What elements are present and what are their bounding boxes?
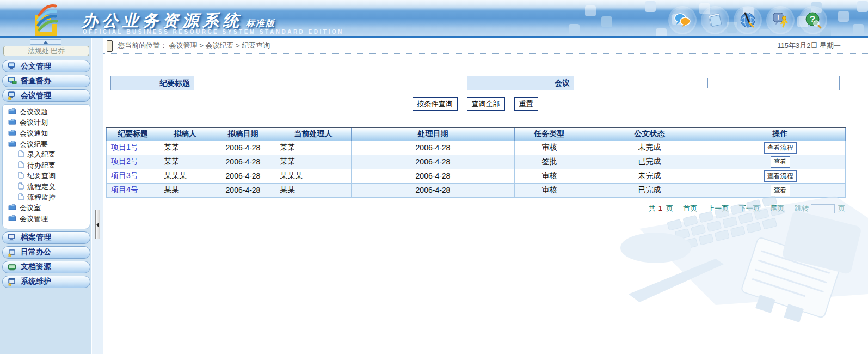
col-draft-date: 拟稿日期: [211, 127, 275, 141]
reset-button[interactable]: 重置: [514, 97, 538, 111]
pagination-last-link[interactable]: 尾页: [770, 204, 784, 212]
globe-pen-icon[interactable]: [735, 8, 760, 33]
sidebar-tree: 会议议题 会议计划 会议通知 会议纪要 录入纪要: [2, 104, 90, 229]
svg-text:!: !: [777, 14, 779, 22]
col-handle-date: 处理日期: [352, 127, 515, 141]
cell-task-type: 审核: [515, 183, 584, 197]
sidebar-tree-item-label: 纪要查询: [27, 171, 56, 181]
cell-task-type: 签批: [515, 155, 584, 169]
col-task-type: 任务类型: [515, 127, 584, 141]
row-action-button[interactable]: 查看流程: [764, 142, 797, 154]
cell-current-handler: 某某: [275, 141, 352, 155]
sidebar-section-archive-management[interactable]: 档案管理: [2, 231, 90, 244]
pagination-jump-input[interactable]: [811, 204, 835, 213]
breadcrumb-bar: 您当前的位置： 会议管理 > 会议纪要 > 纪要查询 115年3月2日 星期一: [103, 38, 868, 54]
sidebar-section-system-maintenance[interactable]: 系统维护: [2, 276, 90, 288]
cell-drafter: 某某: [159, 183, 211, 197]
folder-icon: [8, 204, 16, 212]
sidebar-tree-item[interactable]: 会议议题: [3, 107, 90, 118]
sidebar-section-supervision[interactable]: 督查督办: [2, 75, 90, 87]
sidebar-tree-item[interactable]: 流程监控: [3, 192, 90, 203]
sidebar-section-daily-office[interactable]: 日常办公: [2, 246, 90, 259]
table-header-row: 纪要标题 拟稿人 拟稿日期 当前处理人 处理日期 任务类型 公文状态 操作: [107, 127, 846, 141]
supervision-icon: [8, 76, 17, 86]
cell-document-status: 未完成: [584, 169, 715, 183]
results-table: 纪要标题 拟稿人 拟稿日期 当前处理人 处理日期 任务类型 公文状态 操作 项目…: [106, 127, 845, 198]
help-search-icon[interactable]: ?: [801, 8, 826, 33]
main-content: 您当前的位置： 会议管理 > 会议纪要 > 纪要查询 115年3月2日 星期一 …: [103, 38, 868, 354]
record-title-link[interactable]: 项目1号: [111, 143, 138, 151]
system-maintenance-icon: [8, 277, 17, 286]
cell-document-status: 已完成: [584, 183, 715, 197]
sidebar-tree-item[interactable]: 会议室: [3, 203, 90, 213]
sidebar-tree-item[interactable]: 会议计划: [3, 118, 90, 129]
documents-folder-icon[interactable]: [703, 8, 728, 33]
chat-messages-icon[interactable]: [670, 8, 695, 33]
app-logo-icon: [28, 3, 64, 37]
search-form: 纪要标题 会议 按条件查询 查询全部 重置: [110, 76, 840, 111]
pagination-jump-label: 跳转: [795, 204, 809, 212]
row-action-button[interactable]: 查看: [771, 185, 790, 196]
sidebar-tree-item[interactable]: 纪要查询: [3, 171, 90, 182]
breadcrumb: 您当前的位置： 会议管理 > 会议纪要 > 纪要查询: [118, 41, 270, 51]
folder-icon: [8, 129, 16, 138]
sidebar-section-document-resources[interactable]: 文档资源: [2, 261, 90, 273]
sidebar-tree-item-label: 会议计划: [20, 118, 48, 127]
query-by-condition-button[interactable]: 按条件查询: [413, 97, 458, 111]
meeting-management-icon: [8, 91, 17, 100]
cell-document-status: 未完成: [584, 141, 715, 155]
cell-drafter: 某某: [159, 141, 211, 155]
sidebar-section-document-management[interactable]: 公文管理: [2, 60, 90, 72]
table-row: 项目4号 某某 2006-4-28 某某 2006-4-28 审核 已完成 查看: [107, 183, 846, 197]
cell-current-handler: 某某某: [275, 169, 352, 183]
user-alert-icon[interactable]: !: [768, 8, 793, 33]
sidebar-tree-item[interactable]: 待办纪要: [3, 160, 90, 171]
pagination-page-count: 1: [658, 204, 662, 212]
minutes-title-label: 纪要标题: [111, 76, 194, 90]
folder-icon: [8, 108, 16, 117]
user-department-label: 法规处:巴乔: [3, 46, 89, 56]
archive-management-icon: [8, 233, 17, 242]
sidebar-collapse-handle[interactable]: [30, 39, 61, 45]
col-minutes-title: 纪要标题: [107, 127, 159, 141]
pagination-next-link[interactable]: 下一页: [739, 204, 760, 212]
sidebar-tree-item[interactable]: 会议通知: [3, 128, 90, 139]
cell-handle-date: 2006-4-28: [352, 183, 515, 197]
row-action-button[interactable]: 查看: [771, 156, 790, 168]
cell-handle-date: 2006-4-28: [352, 141, 515, 155]
breadcrumb-tab-icon: [107, 40, 113, 52]
pagination-first-link[interactable]: 首页: [684, 204, 698, 212]
table-row: 项目3号 某某某 2006-4-28 某某某 2006-4-28 审核 未完成 …: [107, 169, 846, 183]
app-subtitle: OFFICIAL BUSINESS RESOURCE SYSTEM STANDA…: [83, 29, 344, 35]
sidebar-splitter: [91, 38, 103, 354]
page-icon: [18, 193, 24, 202]
sidebar-tree-item-label: 会议纪要: [20, 139, 48, 149]
record-title-link[interactable]: 项目3号: [111, 171, 138, 180]
row-action-button[interactable]: 查看流程: [764, 170, 797, 182]
cell-draft-date: 2006-4-28: [211, 155, 275, 169]
meeting-input[interactable]: [576, 78, 708, 88]
sidebar-tree-item-label: 流程监控: [27, 193, 56, 203]
sidebar-tree-item[interactable]: 录入纪要: [3, 149, 90, 160]
col-drafter: 拟稿人: [159, 127, 211, 141]
daily-office-icon: [8, 248, 17, 257]
cell-draft-date: 2006-4-28: [211, 169, 275, 183]
sidebar-tree-item[interactable]: 流程定义: [3, 181, 90, 192]
document-management-icon: [8, 62, 17, 71]
sidebar-tree-item[interactable]: 会议管理: [3, 213, 90, 224]
record-title-link[interactable]: 项目2号: [111, 157, 138, 166]
sidebar-splitter-handle[interactable]: [95, 210, 100, 239]
pagination-jump-suffix: 页: [838, 204, 845, 212]
query-all-button[interactable]: 查询全部: [467, 97, 505, 111]
table-row: 项目2号 某某 2006-4-28 某某 2006-4-28 签批 已完成 查看: [107, 155, 846, 169]
cell-current-handler: 某某: [275, 183, 352, 197]
pagination-prev-link[interactable]: 上一页: [707, 204, 729, 212]
sidebar-section-meeting-management[interactable]: 会议管理: [2, 89, 90, 102]
pagination: 共1页 首页 上一页 下一页 尾页 跳转页: [106, 204, 845, 213]
cell-task-type: 审核: [515, 169, 584, 183]
cell-draft-date: 2006-4-28: [211, 141, 275, 155]
page-icon: [18, 172, 24, 180]
record-title-link[interactable]: 项目4号: [111, 185, 138, 194]
sidebar-tree-item[interactable]: 会议纪要: [3, 139, 90, 150]
minutes-title-input[interactable]: [196, 78, 300, 88]
